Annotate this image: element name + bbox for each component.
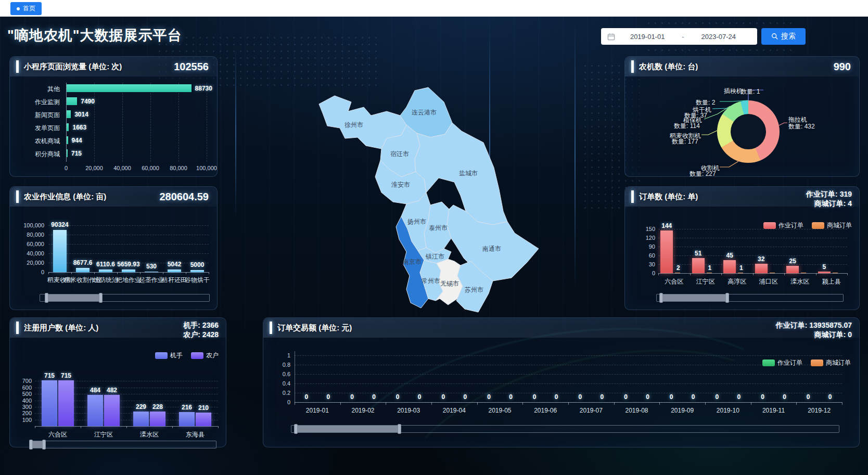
legend-item[interactable]: 农户 (191, 351, 219, 360)
bar[interactable] (150, 412, 165, 426)
bar[interactable] (755, 264, 768, 273)
data-zoom-handle[interactable] (725, 293, 729, 303)
category-label: 新闻页面 (16, 111, 60, 120)
bar[interactable] (675, 273, 680, 273)
data-zoom-handle[interactable] (99, 293, 103, 303)
bar[interactable] (133, 412, 149, 426)
bar[interactable] (660, 230, 673, 273)
data-zoom-selection[interactable] (296, 426, 400, 432)
gridline (658, 247, 847, 247)
bar[interactable] (179, 412, 195, 426)
y-axis-line (295, 351, 295, 402)
value-label: 0 (372, 393, 376, 401)
category-label: 统防统治 (93, 276, 118, 285)
category-label: 六合区 (665, 277, 683, 286)
data-zoom-slider[interactable] (29, 441, 216, 448)
date-separator: - (680, 33, 686, 41)
search-button[interactable]: 搜索 (761, 28, 806, 45)
category-label: 溧水区 (140, 430, 159, 439)
data-zoom-handle[interactable] (42, 440, 46, 450)
bar[interactable] (145, 272, 158, 273)
bar[interactable] (707, 273, 712, 273)
dashboard-stage: 首页 "嘀地农机"大数据展示平台 2019-01-01 - 2023-07-24… (0, 0, 868, 475)
value-label: 0 (783, 393, 786, 401)
axis-tick (386, 402, 386, 405)
data-zoom-handle[interactable] (45, 293, 48, 303)
legend-item[interactable]: 商城订单 (812, 221, 852, 230)
bar[interactable] (76, 268, 90, 272)
search-button-label: 搜索 (781, 32, 796, 41)
bar[interactable] (99, 269, 112, 272)
bar[interactable] (122, 269, 135, 272)
value-label: 25 (789, 258, 796, 265)
panel-total-value: 280604.59 (159, 191, 209, 203)
bar[interactable] (692, 258, 705, 273)
data-zoom-handle[interactable] (659, 293, 663, 303)
category-label: 六合区 (48, 430, 67, 439)
value-label: 0 (807, 393, 810, 401)
data-zoom-slider[interactable] (291, 425, 839, 433)
bar[interactable] (801, 273, 806, 273)
bar[interactable] (67, 123, 69, 131)
bar[interactable] (87, 395, 103, 426)
bar[interactable] (833, 273, 838, 273)
data-zoom-handle[interactable] (398, 424, 401, 434)
legend-label: 作业订单 (777, 358, 802, 367)
bar[interactable] (786, 266, 799, 273)
axis-tick (705, 402, 706, 405)
bar[interactable] (104, 395, 120, 426)
transactions-bar-chart: 10.80.60.40.20002019-01002019-02002019-0… (270, 341, 854, 424)
gridline (150, 83, 151, 162)
value-label: 2 (676, 264, 680, 272)
y-tick-label: 20,000 (15, 260, 44, 266)
value-label: 45 (726, 252, 733, 259)
bar[interactable] (168, 269, 181, 272)
y-tick-label: 400 (15, 397, 32, 404)
axis-tick (658, 273, 659, 275)
value-label: 6110.6 (96, 261, 115, 268)
bar[interactable] (67, 84, 192, 92)
axis-tick (94, 272, 95, 274)
value-label: 482 (107, 387, 117, 394)
tab-home[interactable]: 首页 (10, 2, 42, 15)
month-label: 2019-06 (534, 407, 557, 414)
data-zoom-selection[interactable] (46, 294, 101, 301)
category-label: 秸秆还田 (162, 276, 187, 285)
date-range-picker[interactable]: 2019-01-01 - 2023-07-24 (601, 28, 757, 45)
bar[interactable] (53, 230, 67, 272)
value-label: 0 (418, 393, 422, 401)
bar[interactable] (818, 272, 831, 273)
search-icon (771, 33, 778, 40)
panel-title: 农业作业信息 (单位: 亩) (24, 187, 106, 207)
data-zoom-slider[interactable] (656, 294, 844, 302)
data-zoom-handle[interactable] (29, 440, 33, 450)
value-label: 5 (822, 263, 826, 271)
data-zoom-selection[interactable] (31, 441, 44, 448)
data-zoom-selection[interactable] (661, 294, 727, 301)
data-zoom-slider[interactable] (40, 294, 210, 302)
date-start-input[interactable]: 2019-01-01 (615, 33, 680, 41)
bar[interactable] (67, 110, 71, 118)
gridline (207, 83, 207, 162)
legend-item[interactable]: 机手 (155, 351, 183, 360)
bar[interactable] (42, 380, 57, 426)
value-label: 1 (708, 264, 711, 272)
date-end-input[interactable]: 2023-07-24 (686, 33, 751, 41)
month-label: 2019-12 (808, 407, 831, 414)
bar[interactable] (196, 413, 211, 426)
bar[interactable] (58, 380, 74, 426)
legend-item[interactable]: 作业订单 (763, 221, 803, 230)
legend-item[interactable]: 作业订单 (762, 358, 802, 367)
value-label: 1 (739, 264, 743, 272)
legend-item[interactable]: 商城订单 (811, 358, 851, 367)
bar[interactable] (67, 136, 68, 144)
bar[interactable] (723, 260, 736, 274)
bar[interactable] (67, 149, 68, 157)
bar[interactable] (738, 273, 743, 273)
bar[interactable] (190, 270, 204, 273)
panel-title: 注册用户数 (单位: 人) (24, 318, 98, 338)
value-label: 88730 (195, 85, 212, 92)
data-zoom-handle[interactable] (294, 424, 298, 434)
bar[interactable] (67, 97, 77, 105)
bar[interactable] (770, 273, 775, 273)
